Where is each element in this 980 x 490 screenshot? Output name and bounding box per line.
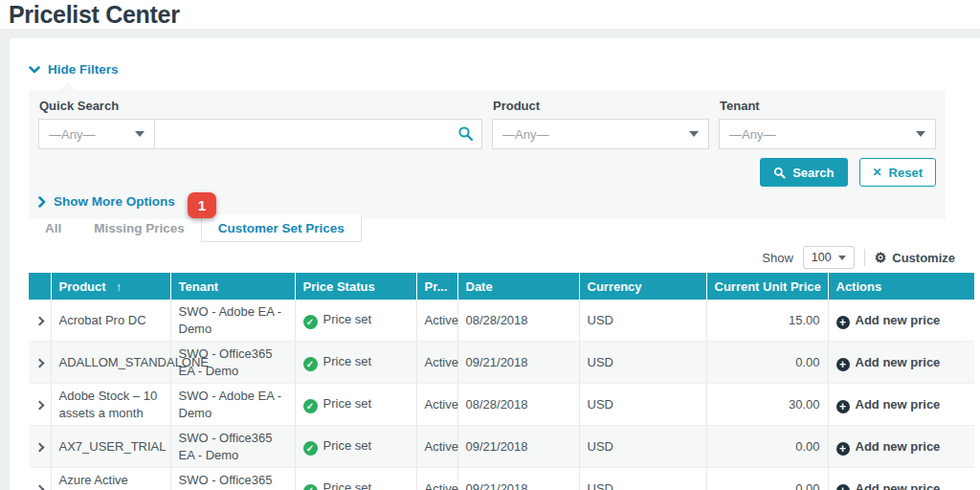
date-cell: 09/21/2018: [457, 342, 579, 384]
reset-button[interactable]: ✕ Reset: [859, 158, 936, 187]
pricelist-table: Product↑ Tenant Price Status Pr... Date …: [29, 273, 974, 490]
unit-price-cell: 30.00: [706, 384, 828, 426]
product-cell: ADALLOM_STANDALONE: [51, 342, 170, 384]
quick-search-type-select[interactable]: —Any—: [38, 119, 155, 149]
filter-row: Quick Search —Any—: [38, 99, 936, 149]
price-status-cell: ✓Price set: [295, 342, 416, 384]
chevron-down-icon: [29, 66, 40, 74]
filter-buttons-row: Search ✕ Reset: [38, 158, 936, 187]
page-size-select[interactable]: 100: [803, 246, 855, 269]
caret-down-icon: [135, 131, 145, 137]
customize-label: Customize: [892, 251, 955, 265]
annotation-badge: 1: [188, 192, 216, 218]
plus-circle-icon: +: [836, 358, 850, 371]
quick-search-label: Quick Search: [39, 99, 482, 113]
currency-cell: USD: [579, 426, 706, 468]
tenant-filter-label: Tenant: [720, 99, 936, 113]
table-header-row: Product↑ Tenant Price Status Pr... Date …: [29, 273, 974, 300]
search-button-label: Search: [792, 166, 834, 180]
product-cell: Azure Active Directory Basic: [51, 468, 170, 490]
col-expand: [29, 273, 51, 300]
page-title: Pricelist Center: [0, 0, 980, 29]
col-actions[interactable]: Actions: [828, 273, 974, 300]
col-pr[interactable]: Pr...: [416, 273, 457, 300]
show-more-options-label: Show More Options: [54, 194, 175, 209]
add-new-price-button[interactable]: +Add new price: [828, 426, 974, 468]
quick-search-input-wrap: [154, 119, 482, 149]
col-tenant[interactable]: Tenant: [170, 273, 295, 300]
search-icon: [457, 125, 474, 142]
expand-row-icon[interactable]: [35, 358, 45, 368]
product-filter-label: Product: [493, 99, 709, 113]
tenant-cell: SWO - Adobe EA - Demo: [170, 384, 295, 426]
divider: [864, 249, 865, 266]
col-current-unit-price[interactable]: Current Unit Price: [706, 273, 828, 300]
expand-row-icon[interactable]: [35, 485, 45, 490]
expand-row-icon[interactable]: [35, 316, 45, 325]
tenant-select-value: —Any—: [729, 127, 775, 142]
col-date[interactable]: Date: [457, 273, 579, 300]
unit-price-cell: 15.00: [706, 300, 828, 342]
expand-row-icon[interactable]: [35, 443, 45, 453]
search-button[interactable]: Search: [760, 158, 847, 187]
tenant-cell: SWO - Office365 EA - Demo: [170, 426, 295, 468]
price-status-cell: ✓Price set: [295, 384, 416, 426]
chevron-right-icon: [38, 196, 46, 208]
currency-cell: USD: [579, 342, 706, 384]
table-row[interactable]: AX7_USER_TRIAL SWO - Office365 EA - Demo…: [29, 426, 974, 468]
close-icon: ✕: [873, 166, 882, 179]
product-cell: Adobe Stock – 10 assets a month: [51, 384, 170, 426]
date-cell: 09/21/2018: [457, 426, 579, 468]
price-status-cell: ✓Price set: [295, 468, 416, 490]
caret-down-icon: [689, 131, 699, 137]
col-product[interactable]: Product↑: [51, 273, 170, 300]
product-filter-group: Product —Any—: [492, 99, 709, 149]
hide-filters-toggle[interactable]: Hide Filters: [29, 62, 119, 77]
page: Pricelist Center Hide Filters Quick Sear…: [0, 0, 980, 490]
pr-cell: Active: [416, 300, 457, 342]
table-row[interactable]: ADALLOM_STANDALONE SWO - Office365 EA - …: [29, 342, 974, 384]
reset-button-label: Reset: [889, 166, 923, 180]
page-size-value: 100: [812, 251, 832, 264]
caret-down-icon: [916, 131, 925, 137]
date-cell: 08/28/2018: [457, 300, 579, 342]
quick-search-group: Quick Search —Any—: [38, 99, 482, 149]
pr-cell: Active: [416, 384, 457, 426]
unit-price-cell: 0.00: [706, 342, 828, 384]
gear-icon: ⚙: [875, 251, 887, 264]
check-circle-icon: ✓: [303, 441, 318, 456]
currency-cell: USD: [579, 300, 706, 342]
add-new-price-button[interactable]: +Add new price: [828, 342, 974, 384]
show-label: Show: [762, 251, 793, 265]
pr-cell: Active: [416, 426, 457, 468]
unit-price-cell: 0.00: [706, 426, 828, 468]
col-price-status[interactable]: Price Status: [295, 273, 416, 300]
check-circle-icon: ✓: [303, 315, 318, 329]
search-icon: [773, 167, 786, 179]
add-new-price-button[interactable]: +Add new price: [828, 300, 974, 342]
product-select[interactable]: —Any—: [492, 119, 709, 149]
expand-row-icon[interactable]: [35, 401, 45, 411]
plus-circle-icon: +: [836, 484, 850, 490]
table-controls: Show 100 ⚙ Customize: [762, 246, 955, 269]
quick-search-input[interactable]: [154, 119, 482, 149]
date-cell: 09/21/2018: [457, 468, 579, 490]
tab-all[interactable]: All: [29, 214, 78, 242]
col-currency[interactable]: Currency: [579, 273, 706, 300]
table-row[interactable]: Azure Active Directory Basic SWO - Offic…: [29, 468, 974, 490]
add-new-price-button[interactable]: +Add new price: [828, 468, 974, 490]
tab-customer-set-prices[interactable]: Customer Set Prices: [201, 214, 362, 242]
customize-button[interactable]: ⚙ Customize: [875, 251, 955, 265]
plus-circle-icon: +: [836, 400, 850, 413]
tenant-select[interactable]: —Any—: [719, 119, 936, 149]
currency-cell: USD: [579, 384, 706, 426]
plus-circle-icon: +: [836, 442, 850, 456]
price-status-cell: ✓Price set: [295, 300, 416, 342]
table-row[interactable]: Adobe Stock – 10 assets a month SWO - Ad…: [29, 384, 974, 426]
show-more-options-link[interactable]: Show More Options: [38, 194, 175, 209]
table-row[interactable]: Acrobat Pro DC SWO - Adobe EA - Demo ✓Pr…: [29, 300, 974, 342]
check-circle-icon: ✓: [303, 484, 318, 490]
add-new-price-button[interactable]: +Add new price: [828, 384, 974, 426]
hide-filters-label: Hide Filters: [48, 62, 119, 77]
tab-missing-prices[interactable]: Missing Prices: [78, 214, 201, 242]
